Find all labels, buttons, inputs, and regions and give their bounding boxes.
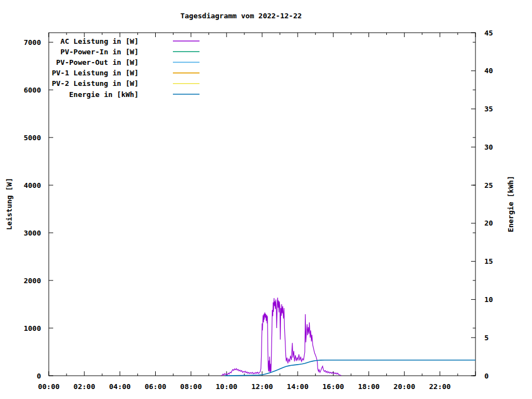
y-left-tick-label: 5000 — [24, 134, 41, 142]
y-right-tick-labels: 051015202530354045 — [484, 29, 493, 380]
y-right-ticks — [471, 33, 475, 376]
legend-item: AC Leistung in [W] — [60, 37, 200, 45]
y-right-tick-label: 35 — [484, 105, 493, 113]
y-right-tick-label: 5 — [484, 334, 489, 342]
legend-label: AC Leistung in [W] — [60, 37, 139, 45]
y-left-tick-label: 6000 — [24, 86, 41, 94]
x-tick-label: 10:00 — [216, 382, 237, 391]
x-tick-label: 00:00 — [38, 382, 59, 391]
y-left-tick-label: 3000 — [24, 229, 41, 237]
y-right-tick-label: 25 — [484, 181, 493, 190]
y-left-tick-label: 2000 — [24, 277, 41, 285]
legend-item: Energie in [kWh] — [69, 90, 200, 99]
y-right-tick-label: 40 — [484, 66, 493, 75]
plot-area: 00:0002:0004:0006:0008:0010:0012:0014:00… — [0, 0, 532, 399]
y-right-tick-label: 45 — [484, 29, 493, 37]
legend-label: PV-Power-In in [W] — [60, 48, 139, 56]
legend-label: PV-2 Leistung in [W] — [52, 79, 139, 88]
x-tick-labels: 00:0002:0004:0006:0008:0010:0012:0014:00… — [38, 382, 451, 391]
legend-label: Energie in [kWh] — [69, 90, 139, 99]
x-tick-label: 04:00 — [109, 382, 131, 391]
y-left-tick-label: 7000 — [24, 38, 41, 47]
series-line-ac-leistung-in-w- — [221, 298, 341, 376]
legend-item: PV-2 Leistung in [W] — [52, 79, 200, 88]
y-right-tick-label: 20 — [484, 219, 493, 227]
y-right-tick-label: 10 — [484, 295, 493, 304]
y-right-tick-label: 0 — [484, 372, 489, 380]
x-tick-label: 14:00 — [287, 382, 309, 391]
legend-label: PV-Power-Out in [W] — [56, 58, 139, 66]
legend-item: PV-Power-In in [W] — [60, 48, 200, 56]
y-left-tick-label: 4000 — [24, 181, 41, 190]
y-left-tick-labels: 01000200030004000500060007000 — [24, 38, 41, 380]
legend-label: PV-1 Leistung in [W] — [52, 69, 139, 77]
chart-window: Tagesdiagramm vom 2022-12-22 Leistung [W… — [0, 0, 532, 399]
y-left-tick-label: 0 — [37, 372, 41, 380]
legend-item: PV-Power-Out in [W] — [56, 58, 200, 66]
y-right-tick-label: 30 — [484, 143, 493, 151]
x-tick-label: 12:00 — [251, 382, 273, 391]
y-left-tick-label: 1000 — [24, 324, 41, 332]
x-tick-label: 18:00 — [358, 382, 380, 391]
x-tick-label: 06:00 — [145, 382, 166, 391]
y-right-tick-label: 15 — [484, 257, 493, 265]
legend-item: PV-1 Leistung in [W] — [52, 69, 200, 77]
x-tick-label: 22:00 — [429, 382, 451, 391]
x-tick-label: 02:00 — [74, 382, 95, 391]
x-tick-label: 20:00 — [393, 382, 415, 391]
legend: AC Leistung in [W]PV-Power-In in [W]PV-P… — [52, 37, 200, 99]
x-tick-label: 16:00 — [323, 382, 344, 391]
x-tick-label: 08:00 — [180, 382, 202, 391]
